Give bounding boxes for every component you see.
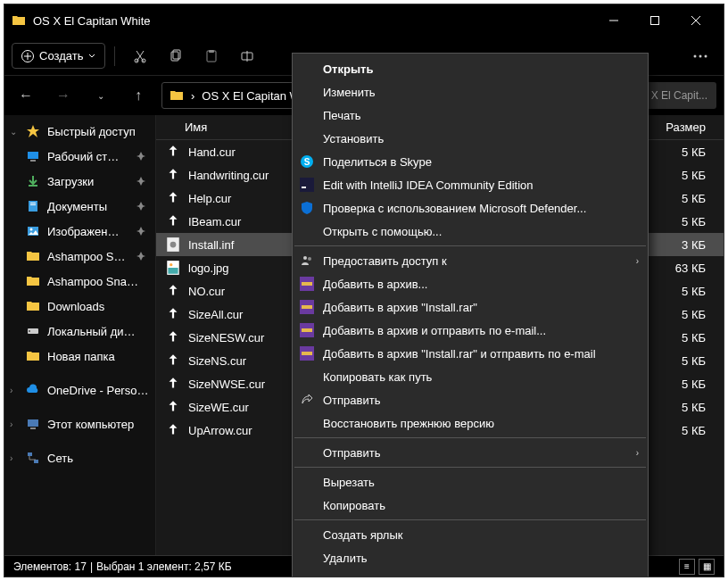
sidebar-item-label: Ashampoo Sna… — [47, 275, 138, 288]
sidebar-label: Этот компьютер — [47, 418, 134, 431]
svg-point-36 — [308, 257, 311, 261]
ctx-openwith[interactable]: Открыть с помощью... — [293, 220, 648, 243]
sidebar-quick-access[interactable]: ⌄ Быстрый доступ — [4, 119, 155, 144]
svg-rect-33 — [300, 178, 314, 192]
svg-rect-24 — [28, 452, 32, 456]
ctx-skype[interactable]: SПоделиться в Skype — [293, 150, 648, 173]
close-button[interactable] — [675, 4, 716, 37]
view-grid-button[interactable]: ▦ — [699, 559, 715, 575]
file-icon — [165, 190, 181, 206]
ctx-open[interactable]: Открыть — [293, 57, 648, 80]
sidebar-item[interactable]: Downloads — [10, 294, 155, 319]
ctx-label: Открыть с помощью... — [323, 225, 442, 238]
maximize-button[interactable] — [634, 4, 675, 37]
skype-icon: S — [300, 154, 314, 169]
ctx-copy-path[interactable]: Копировать как путь — [293, 365, 648, 388]
ctx-archive-3[interactable]: Добавить в архив и отправить по e-mail..… — [293, 319, 648, 342]
svg-point-10 — [699, 54, 702, 57]
file-size: 5 КБ — [656, 215, 720, 228]
ctx-copy[interactable]: Копировать — [293, 494, 648, 517]
ctx-archive-4[interactable]: Добавить в архив "Install.rar" и отправи… — [293, 342, 648, 365]
svg-rect-16 — [30, 203, 36, 203]
file-icon — [165, 260, 181, 276]
ctx-label: Восстановить прежнюю версию — [323, 417, 494, 430]
more-button[interactable] — [684, 40, 716, 72]
ctx-rename[interactable]: Переименовать — [293, 569, 648, 577]
chevron-right-icon: › — [10, 386, 19, 395]
separator — [294, 245, 646, 246]
ctx-label: Edit with IntelliJ IDEA Community Editio… — [323, 178, 534, 192]
sidebar-item[interactable]: Документы — [10, 194, 155, 219]
ctx-archive-2[interactable]: Добавить в архив "Install.rar" — [293, 295, 648, 319]
sidebar-label: OneDrive - Perso… — [47, 384, 148, 397]
status-count: Элементов: 17 — [13, 560, 87, 573]
ctx-intellij[interactable]: Edit with IntelliJ IDEA Community Editio… — [293, 173, 648, 196]
sidebar-item-icon — [26, 349, 40, 363]
sidebar-item[interactable]: Загрузки — [10, 169, 155, 194]
sidebar-item[interactable]: Новая папка — [10, 344, 155, 369]
sidebar-item[interactable]: Ashampoo S… — [10, 244, 155, 269]
column-size[interactable]: Размер — [656, 120, 720, 134]
winrar-icon — [300, 346, 314, 361]
ctx-label: Вырезать — [323, 476, 375, 489]
back-button[interactable]: ← — [12, 81, 40, 110]
view-list-button[interactable]: ≡ — [679, 559, 695, 575]
sidebar-this-pc[interactable]: › Этот компьютер — [4, 411, 155, 436]
ctx-print[interactable]: Печать — [293, 104, 648, 127]
file-size: 5 КБ — [656, 169, 720, 182]
cut-button[interactable] — [124, 40, 156, 72]
svg-rect-38 — [302, 282, 312, 286]
file-icon — [165, 237, 181, 253]
ctx-defender[interactable]: Проверка с использованием Microsoft Defe… — [293, 196, 648, 220]
file-icon — [165, 213, 181, 229]
sidebar-item[interactable]: Локальный ди… — [10, 319, 155, 344]
ctx-share-access[interactable]: Предоставить доступ к› — [293, 249, 648, 272]
create-button[interactable]: Создать — [12, 43, 105, 69]
chevron-right-icon: › — [10, 453, 19, 463]
ctx-edit[interactable]: Изменить — [293, 80, 648, 104]
forward-button[interactable]: → — [49, 81, 78, 110]
ctx-cut[interactable]: Вырезать — [293, 470, 648, 494]
up-button[interactable]: ↑ — [124, 81, 153, 110]
svg-rect-15 — [29, 201, 37, 212]
ctx-label: Переименовать — [323, 575, 408, 578]
svg-rect-21 — [29, 330, 30, 332]
ctx-share[interactable]: Отправить — [293, 388, 648, 411]
file-icon — [165, 167, 181, 183]
ctx-install[interactable]: Установить — [293, 127, 648, 150]
sidebar-onedrive[interactable]: › OneDrive - Perso… — [4, 378, 155, 403]
chevron-down-icon: ⌄ — [10, 127, 19, 137]
ctx-restore[interactable]: Восстановить прежнюю версию — [293, 411, 648, 435]
ctx-archive-1[interactable]: Добавить в архив... — [293, 272, 648, 295]
sidebar-item[interactable]: Изображен… — [10, 219, 155, 244]
svg-rect-29 — [168, 268, 178, 274]
file-icon — [165, 376, 181, 392]
ctx-label: Отправить — [323, 446, 380, 460]
pin-icon — [136, 177, 146, 186]
svg-point-27 — [170, 242, 177, 248]
column-name[interactable]: Имя — [160, 120, 302, 134]
ctx-shortcut[interactable]: Создать ярлык — [293, 523, 648, 546]
ctx-delete[interactable]: Удалить — [293, 546, 648, 569]
svg-point-11 — [705, 54, 707, 57]
sidebar-item[interactable]: Ashampoo Sna… — [10, 269, 155, 294]
ctx-label: Добавить в архив "Install.rar" — [323, 301, 477, 314]
sidebar-item[interactable]: Рабочий ст… — [10, 144, 155, 169]
rename-button[interactable] — [231, 40, 263, 72]
svg-rect-14 — [30, 160, 36, 162]
svg-rect-40 — [302, 305, 312, 309]
svg-rect-13 — [28, 152, 38, 159]
file-icon — [165, 399, 181, 415]
ctx-sendto[interactable]: Отправить› — [293, 441, 648, 464]
ctx-label: Открыть — [323, 62, 373, 76]
context-menu: Открыть Изменить Печать Установить SПоде… — [292, 53, 649, 577]
minimize-button[interactable] — [593, 4, 634, 37]
recent-dropdown[interactable]: ⌄ — [87, 81, 115, 110]
file-icon — [165, 422, 181, 438]
sidebar-network[interactable]: › Сеть — [4, 445, 155, 470]
copy-button[interactable] — [160, 40, 192, 72]
paste-button[interactable] — [195, 40, 228, 72]
file-icon — [165, 353, 181, 369]
svg-point-35 — [303, 256, 307, 260]
pin-icon — [136, 227, 146, 236]
